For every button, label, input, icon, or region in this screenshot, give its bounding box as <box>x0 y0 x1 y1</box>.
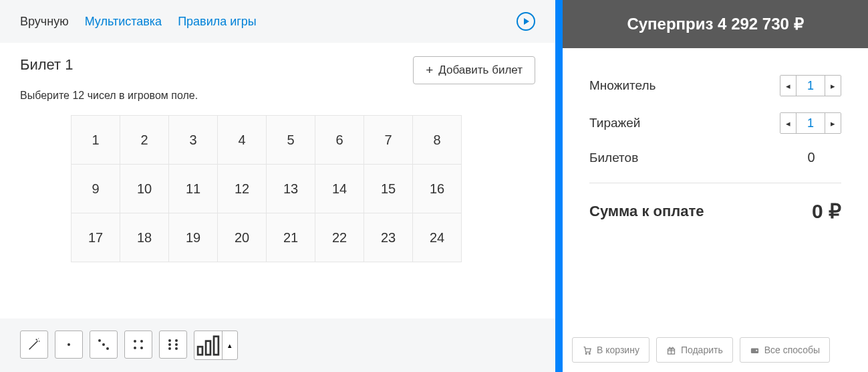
tickets-row: Билетов 0 <box>589 142 841 173</box>
wallet-icon <box>750 345 760 355</box>
number-cell[interactable]: 11 <box>169 165 218 213</box>
draws-increase[interactable]: ▸ <box>825 113 841 133</box>
play-icon[interactable] <box>517 12 535 31</box>
dice-4-button[interactable] <box>124 331 152 359</box>
add-to-cart-button[interactable]: В корзину <box>572 337 649 363</box>
stats-split-button: ▴ <box>194 331 238 360</box>
svg-line-2 <box>39 341 39 342</box>
all-methods-label: Все способы <box>764 345 820 355</box>
gift-label: Подарить <box>681 345 723 355</box>
multiplier-label: Множитель <box>589 78 656 93</box>
number-cell[interactable]: 20 <box>218 213 267 262</box>
number-cell[interactable]: 18 <box>120 213 169 262</box>
draws-label: Тиражей <box>589 116 640 130</box>
tab-manual[interactable]: Вручную <box>20 15 69 29</box>
number-cell[interactable]: 8 <box>413 116 462 165</box>
number-cell[interactable]: 7 <box>364 116 413 165</box>
total-row: Сумма к оплате 0 ₽ <box>589 199 841 223</box>
stats-button[interactable] <box>194 331 223 359</box>
multiplier-row: Множитель ◂ 1 ▸ <box>589 67 841 104</box>
draws-row: Тиражей ◂ 1 ▸ <box>589 104 841 142</box>
gift-icon <box>666 345 676 355</box>
plus-icon: + <box>426 63 433 78</box>
tickets-label: Билетов <box>589 151 638 165</box>
number-cell[interactable]: 15 <box>364 165 413 213</box>
number-cell[interactable]: 1 <box>71 116 120 165</box>
checkout-bar: В корзину Подарить Все способы <box>563 328 868 372</box>
number-cell[interactable]: 19 <box>169 213 218 262</box>
number-cell[interactable]: 12 <box>218 165 267 213</box>
number-cell[interactable]: 2 <box>120 116 169 165</box>
number-cell[interactable]: 3 <box>169 116 218 165</box>
svg-line-0 <box>29 341 38 350</box>
svg-point-7 <box>585 353 587 354</box>
separator <box>589 183 841 183</box>
dice-3-button[interactable] <box>90 331 118 359</box>
number-grid: 123456789101112131415161718192021222324 <box>71 115 462 262</box>
number-cell[interactable]: 17 <box>71 213 120 262</box>
divider <box>555 0 563 372</box>
multiplier-stepper: ◂ 1 ▸ <box>780 75 841 96</box>
number-cell[interactable]: 10 <box>120 165 169 213</box>
number-cell[interactable]: 4 <box>218 116 267 165</box>
svg-rect-12 <box>751 348 758 353</box>
svg-point-8 <box>589 353 590 354</box>
svg-rect-5 <box>206 341 210 355</box>
ticket-section: Билет 1 + Добавить билет Выберите 12 чис… <box>0 43 555 318</box>
tickets-value: 0 <box>781 150 841 165</box>
gift-button[interactable]: Подарить <box>656 337 733 363</box>
dice-6-button[interactable] <box>159 331 187 359</box>
svg-rect-4 <box>198 347 202 355</box>
multiplier-decrease[interactable]: ◂ <box>780 76 797 96</box>
svg-rect-13 <box>756 349 757 351</box>
add-ticket-button[interactable]: + Добавить билет <box>413 56 535 84</box>
multiplier-value: 1 <box>797 79 825 93</box>
number-cell[interactable]: 16 <box>413 165 462 213</box>
add-ticket-label: Добавить билет <box>438 64 523 77</box>
svg-line-1 <box>36 339 37 341</box>
draws-stepper: ◂ 1 ▸ <box>780 112 841 134</box>
ticket-hint: Выберите 12 чисел в игровом поле. <box>20 90 535 102</box>
dice-1-button[interactable] <box>55 331 83 359</box>
number-cell[interactable]: 22 <box>315 213 364 262</box>
total-label: Сумма к оплате <box>589 203 704 220</box>
cart-label: В корзину <box>597 345 639 355</box>
multiplier-increase[interactable]: ▸ <box>825 76 841 96</box>
total-value: 0 ₽ <box>812 199 841 223</box>
number-cell[interactable]: 9 <box>71 165 120 213</box>
number-cell[interactable]: 5 <box>267 116 315 165</box>
magic-wand-button[interactable] <box>20 331 48 359</box>
stats-dropdown-arrow[interactable]: ▴ <box>223 331 237 359</box>
number-cell[interactable]: 13 <box>267 165 315 213</box>
tab-multistake[interactable]: Мультиставка <box>85 15 162 29</box>
number-cell[interactable]: 14 <box>315 165 364 213</box>
cart-icon <box>582 345 592 355</box>
draws-value: 1 <box>797 116 825 130</box>
number-cell[interactable]: 23 <box>364 213 413 262</box>
svg-rect-6 <box>214 336 219 354</box>
superprize-banner: Суперприз 4 292 730 ₽ <box>563 0 868 48</box>
all-methods-button[interactable]: Все способы <box>740 337 830 363</box>
toolbar: ▴ <box>0 318 555 372</box>
number-cell[interactable]: 24 <box>413 213 462 262</box>
draws-decrease[interactable]: ◂ <box>780 113 797 133</box>
tabs-bar: Вручную Мультиставка Правила игры <box>0 0 555 43</box>
number-cell[interactable]: 21 <box>267 213 315 262</box>
number-cell[interactable]: 6 <box>315 116 364 165</box>
ticket-title: Билет 1 <box>20 56 74 74</box>
tab-rules[interactable]: Правила игры <box>178 15 257 29</box>
